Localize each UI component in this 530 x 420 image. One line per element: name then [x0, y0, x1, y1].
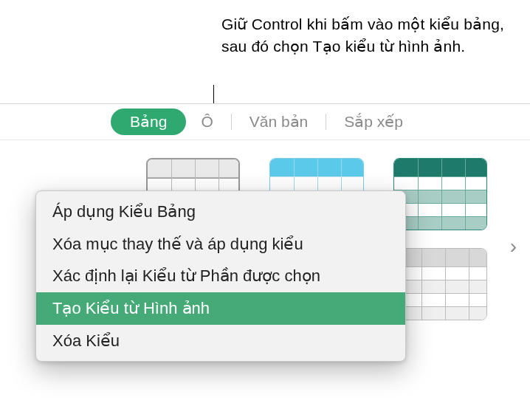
tab-divider [326, 114, 326, 130]
tab-arrange[interactable]: Sắp xếp [329, 109, 418, 135]
next-page-chevron-icon[interactable]: › [510, 235, 517, 258]
table-style-teal[interactable] [393, 158, 487, 230]
tab-text[interactable]: Văn bản [235, 109, 323, 135]
tab-table[interactable]: Bảng [111, 109, 186, 135]
callout-text: Giữ Control khi bấm vào một kiểu bảng, s… [221, 13, 530, 58]
style-preview-grid [398, 249, 486, 320]
tab-divider [231, 114, 232, 130]
tab-cell[interactable]: Ô [186, 109, 227, 135]
table-style-context-menu: Áp dụng Kiểu Bảng Xóa mục thay thế và áp… [35, 190, 406, 362]
style-preview-grid [394, 159, 486, 230]
menu-delete-style[interactable]: Xóa Kiểu [36, 325, 405, 357]
table-style-gray-striped[interactable] [397, 248, 487, 320]
menu-clear-override-apply[interactable]: Xóa mục thay thế và áp dụng kiểu [36, 228, 405, 261]
menu-redefine-style[interactable]: Xác định lại Kiểu từ Phần được chọn [36, 260, 405, 292]
menu-apply-style[interactable]: Áp dụng Kiểu Bảng [36, 196, 405, 228]
menu-create-style-from-image[interactable]: Tạo Kiểu từ Hình ảnh [36, 292, 405, 325]
format-tabs: Bảng Ô Văn bản Sắp xếp [0, 104, 530, 140]
